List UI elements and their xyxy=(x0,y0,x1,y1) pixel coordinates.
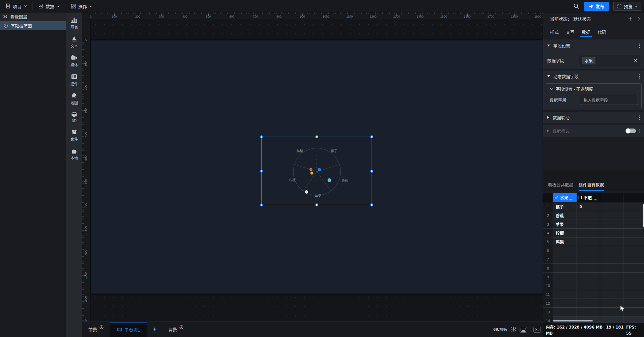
cell-fruit[interactable]: 柠檬 xyxy=(553,229,577,237)
toolbox-item-kits[interactable]: 套件 xyxy=(70,129,78,142)
table-row: 1橘子0 xyxy=(543,202,644,211)
expand-caret-icon[interactable] xyxy=(547,116,549,119)
cell-opacity[interactable] xyxy=(577,211,600,220)
background-tab[interactable]: 背景 xyxy=(162,322,189,337)
cell-fruit[interactable]: 橘子 xyxy=(553,202,577,211)
data-point[interactable] xyxy=(328,178,331,182)
cell-opacity[interactable] xyxy=(577,229,600,237)
opacity-field-dropzone[interactable]: 拖入数据字段 xyxy=(580,95,638,105)
checkbox-icon[interactable] xyxy=(579,196,582,199)
database-icon xyxy=(38,3,43,9)
foreground-tab[interactable]: 前景 xyxy=(82,322,110,337)
circle-plus-icon[interactable] xyxy=(99,325,104,329)
toolbox-item-local[interactable]: 本地 xyxy=(70,147,78,161)
data-point[interactable] xyxy=(311,172,314,175)
collapse-caret-icon[interactable] xyxy=(547,45,550,47)
toolbox-item-3d[interactable]: 3D xyxy=(71,111,78,123)
opacity-subsection-header[interactable]: 字段设置 - 不透明度 xyxy=(546,84,641,92)
keyboard-shortcuts-icon[interactable] xyxy=(520,327,527,333)
data-filter-toggle[interactable] xyxy=(626,129,636,133)
tab-style[interactable]: 样式 xyxy=(550,27,559,37)
toolbox-item-map[interactable]: 地图 xyxy=(70,92,78,105)
cell-fruit[interactable]: 鸭梨 xyxy=(553,237,577,246)
circle-plus-icon[interactable] xyxy=(179,325,183,329)
search-icon[interactable] xyxy=(573,3,580,9)
section-data-filter[interactable]: 数据筛选 xyxy=(543,125,644,137)
kebab-menu-icon[interactable] xyxy=(639,115,640,120)
canvas-workspace[interactable]: 0 100 200 300 400 500 600 700 800 900 10… xyxy=(82,12,543,337)
cell-fruit[interactable]: 苹果 xyxy=(553,220,577,229)
menu-actions-label: 操作 xyxy=(78,3,87,9)
status-bar: 内存: 162 / 3928 / 4096 MB 19 / 181 MB FPS… xyxy=(543,323,644,337)
menu-project[interactable]: 项目 xyxy=(0,0,32,12)
resize-handle-ne[interactable] xyxy=(370,135,373,138)
publish-button[interactable]: 发布 xyxy=(584,2,609,11)
v-ruler-label: 500 xyxy=(84,153,89,162)
h-ruler-label: 0 xyxy=(86,15,96,18)
cell-opacity[interactable]: 0 xyxy=(577,202,600,211)
opacity-subsection: 字段设置 - 不透明度 数据字段 拖入数据字段 xyxy=(546,83,642,108)
selected-component-pizza-chart[interactable]: 鸭梨 橘子 香蕉 苹果 柠檬 xyxy=(261,137,372,205)
cell-fruit[interactable]: 香蕉 xyxy=(553,211,577,220)
expand-caret-icon[interactable] xyxy=(547,130,549,132)
resize-handle-se[interactable] xyxy=(370,203,373,206)
resize-handle-w[interactable] xyxy=(260,170,263,173)
section-dynamic-fields[interactable]: 动态数据字段 xyxy=(543,71,644,82)
section-title: 字段设置 xyxy=(553,43,570,49)
cell-opacity[interactable] xyxy=(577,237,600,246)
toolbox-item-charts[interactable]: 图表 xyxy=(70,17,78,30)
tab-board-shared-data[interactable]: 看板公共数据 xyxy=(548,181,573,189)
toolbox-item-widgets[interactable]: 控件 xyxy=(70,73,78,86)
chevron-right-icon[interactable] xyxy=(638,17,640,21)
add-sheet-button[interactable]: + xyxy=(147,322,162,337)
add-state-icon[interactable] xyxy=(627,16,633,22)
menu-actions[interactable]: 操作 xyxy=(65,0,98,12)
subboard-tab[interactable]: 子看板1 xyxy=(110,322,147,337)
toolbox-item-text[interactable]: 文本 xyxy=(70,35,78,49)
section-data-link[interactable]: 数据联动 xyxy=(543,112,644,123)
tab-data[interactable]: 数据 xyxy=(582,27,590,37)
zoom-level[interactable]: 69.79% xyxy=(493,327,507,332)
h-ruler-label: 600 xyxy=(227,15,237,18)
resize-handle-s[interactable] xyxy=(315,203,318,206)
kebab-menu-icon[interactable] xyxy=(639,129,640,133)
kebab-menu-icon[interactable] xyxy=(639,74,640,79)
data-field-input[interactable]: 水果 xyxy=(579,55,640,66)
menu-data[interactable]: 数据 xyxy=(33,0,65,12)
vertical-scrollbar[interactable] xyxy=(643,204,644,227)
horizontal-scrollbar[interactable] xyxy=(553,320,593,321)
data-point[interactable] xyxy=(305,190,308,194)
collapse-caret-icon[interactable] xyxy=(547,75,550,77)
resize-handle-n[interactable] xyxy=(315,135,318,138)
data-point[interactable] xyxy=(310,168,313,171)
column-header-fruit[interactable]: 水果 Str. xyxy=(553,193,577,202)
tab-interaction[interactable]: 交互 xyxy=(566,27,575,37)
section-field-settings[interactable]: 字段设置 xyxy=(543,39,644,52)
data-point[interactable] xyxy=(318,168,321,171)
resize-handle-sw[interactable] xyxy=(260,203,263,206)
tab-code[interactable]: 代码 xyxy=(597,27,606,37)
h-ruler-label: 1000 xyxy=(321,15,331,18)
fullscreen-icon xyxy=(617,4,622,9)
layer-item-pizza-chart[interactable]: 基础披萨图 xyxy=(0,21,66,30)
table-row: 9 xyxy=(543,273,644,281)
column-header-opacity[interactable]: 不透... Str. xyxy=(577,193,600,202)
kebab-menu-icon[interactable] xyxy=(639,44,640,48)
tab-component-own-data[interactable]: 组件自有数据 xyxy=(579,181,604,189)
cell-opacity[interactable] xyxy=(577,220,600,229)
preview-button[interactable]: 预览 xyxy=(613,2,641,11)
field-chip[interactable]: 水果 xyxy=(582,57,595,64)
clear-icon[interactable] xyxy=(634,59,637,62)
state-value: 默认状态 xyxy=(573,16,591,22)
data-grid: 水果 Str. 不透... Str. 1橘子0 2香蕉 3苹果 4柠檬 5鸭梨 … xyxy=(543,193,644,323)
preview-label: 预览 xyxy=(624,3,633,9)
sector-label: 橘子 xyxy=(331,149,338,153)
console-icon[interactable] xyxy=(533,327,541,333)
resize-handle-e[interactable] xyxy=(370,170,373,173)
fit-screen-icon[interactable] xyxy=(510,327,517,333)
toolbox-item-media[interactable]: 媒体 xyxy=(70,54,78,67)
table-row: 12 xyxy=(543,299,644,308)
foreground-label: 前景 xyxy=(88,326,97,333)
h-ruler-label: 1200 xyxy=(368,15,378,18)
resize-handle-nw[interactable] xyxy=(260,135,263,138)
